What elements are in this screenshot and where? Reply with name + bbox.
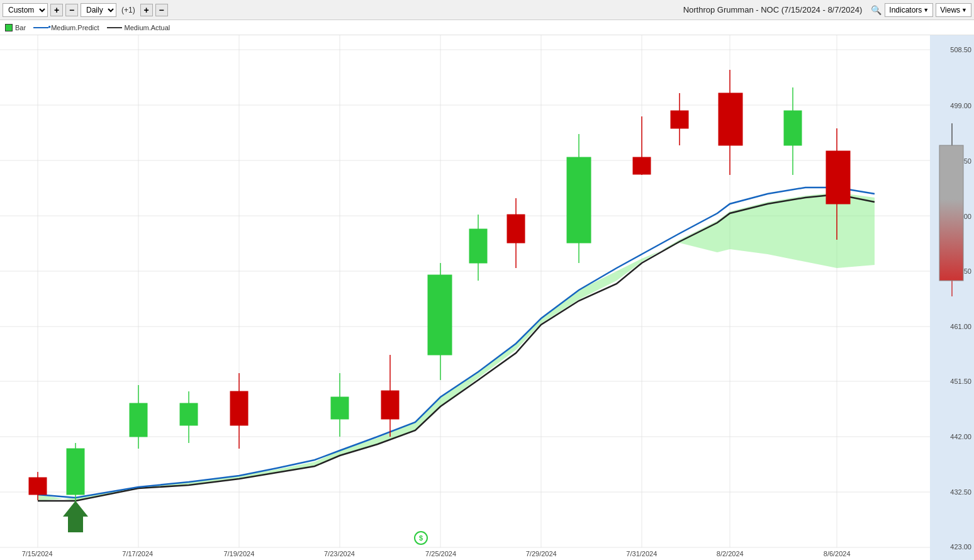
svg-rect-38: [469, 229, 487, 263]
add-period-button[interactable]: +: [140, 4, 153, 16]
svg-rect-26: [130, 403, 147, 437]
legend-medium-actual: Medium.Actual: [107, 24, 171, 31]
medium-predict-line-icon: [33, 27, 48, 28]
svg-rect-50: [784, 111, 802, 145]
svg-rect-46: [671, 111, 688, 128]
svg-rect-28: [180, 403, 198, 425]
svg-marker-53: [63, 501, 88, 532]
svg-rect-32: [331, 397, 349, 419]
svg-rect-42: [567, 157, 591, 243]
x-label-731: 7/31/2024: [626, 550, 657, 557]
views-button[interactable]: Views ▼: [936, 3, 971, 17]
chart-main[interactable]: $ 7/15/2024 7/17/2024 7/19/2024 7/23/202…: [0, 35, 930, 560]
x-label-729: 7/29/2024: [526, 550, 557, 557]
bar-legend-label: Bar: [15, 24, 26, 31]
remove-period-button[interactable]: −: [155, 4, 168, 16]
x-label-719: 7/19/2024: [223, 550, 254, 557]
chart-svg: [0, 35, 930, 560]
svg-rect-52: [826, 151, 850, 204]
x-label-715: 7/15/2024: [22, 550, 53, 557]
medium-actual-label: Medium.Actual: [125, 24, 171, 31]
x-axis: 7/15/2024 7/17/2024 7/19/2024 7/23/2024 …: [0, 547, 930, 560]
legend-medium-predict: Medium.Predict: [33, 24, 99, 31]
svg-rect-40: [507, 215, 525, 243]
legend: Bar Medium.Predict Medium.Actual: [0, 20, 974, 35]
x-label-82: 8/2/2024: [717, 550, 744, 557]
remove-timeframe-button[interactable]: −: [65, 4, 78, 16]
toolbar-right: Indicators ▼ Views ▼: [885, 3, 971, 17]
chart-right-panel: 508.50 499.00 489.50 480.00 470.50 461.0…: [930, 35, 974, 560]
svg-rect-24: [67, 449, 84, 495]
x-label-717: 7/17/2024: [122, 550, 153, 557]
medium-actual-line-icon: [107, 27, 122, 28]
x-label-86: 8/6/2024: [824, 550, 851, 557]
svg-rect-36: [428, 275, 452, 355]
period-select[interactable]: Daily: [81, 3, 116, 17]
svg-rect-34: [381, 391, 399, 419]
svg-rect-30: [230, 391, 248, 425]
chart-title: Northrop Grumman - NOC (7/15/2024 - 8/7/…: [678, 5, 868, 14]
search-icon[interactable]: 🔍: [870, 4, 882, 16]
chart-container: $ 7/15/2024 7/17/2024 7/19/2024 7/23/202…: [0, 35, 974, 560]
dollar-indicator[interactable]: $: [414, 531, 428, 545]
views-caret-icon: ▼: [961, 7, 967, 13]
medium-predict-label: Medium.Predict: [51, 24, 99, 31]
svg-rect-56: [939, 145, 963, 281]
badge-label: (+1): [119, 6, 138, 14]
indicators-caret-icon: ▼: [923, 7, 929, 13]
legend-bar: Bar: [5, 24, 26, 31]
x-label-723: 7/23/2024: [324, 550, 355, 557]
bar-legend-icon: [5, 24, 13, 31]
indicators-button[interactable]: Indicators ▼: [885, 3, 933, 17]
svg-marker-20: [38, 193, 875, 501]
x-label-725: 7/25/2024: [425, 550, 456, 557]
add-timeframe-button[interactable]: +: [50, 4, 63, 16]
timeframe-select[interactable]: Custom: [3, 3, 48, 17]
svg-rect-22: [29, 478, 47, 495]
svg-rect-48: [719, 93, 742, 145]
right-candle-svg: [930, 35, 974, 560]
toolbar: Custom + − Daily (+1) + − Northrop Grumm…: [0, 0, 974, 20]
svg-rect-44: [633, 157, 651, 174]
